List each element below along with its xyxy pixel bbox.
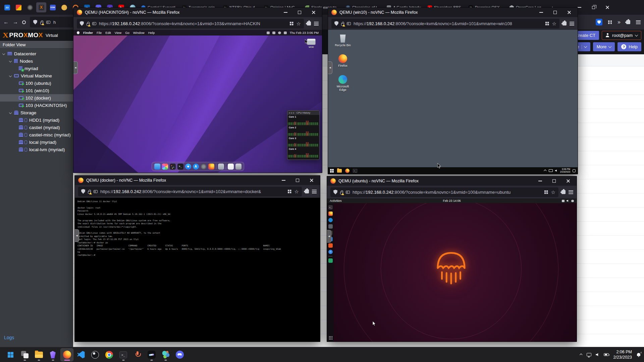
close-button[interactable] xyxy=(561,176,575,186)
terminal-icon[interactable]: >_ xyxy=(177,164,183,170)
extensions-icon[interactable] xyxy=(305,189,309,193)
network-icon[interactable] xyxy=(562,200,565,202)
bookmark-star-icon[interactable]: ☆ xyxy=(551,190,555,195)
settings-icon[interactable] xyxy=(201,164,207,170)
vnc-viewport-docker-terminal[interactable]: Debian GNU/Linux 11 docker tty1 docker l… xyxy=(75,198,320,342)
network-icon[interactable] xyxy=(549,169,553,172)
status-icon[interactable] xyxy=(267,32,270,34)
activity-app-icon[interactable] xyxy=(170,164,176,170)
extensions-icon[interactable] xyxy=(562,21,567,25)
show-applications-icon[interactable] xyxy=(329,336,332,340)
puzzle-icon[interactable] xyxy=(626,20,630,24)
menubar-clock[interactable]: Thu Feb 23 3:06 PM xyxy=(289,31,319,35)
vnc-viewport-win10[interactable]: Recycle Bin Firefox Microsoft Edge >_ 3:… xyxy=(328,30,578,174)
tree-item-datacenter[interactable]: Datacenter xyxy=(0,50,73,57)
view-selector[interactable]: Folder View xyxy=(0,41,73,49)
menu-window[interactable]: Window xyxy=(133,31,145,35)
finder-icon[interactable] xyxy=(154,164,160,170)
maximize-button[interactable] xyxy=(548,7,562,18)
apple-menu-icon[interactable] xyxy=(77,31,79,34)
pinned-tab-dsm[interactable]: DSM xyxy=(48,2,58,12)
maximize-button[interactable] xyxy=(547,176,561,186)
lock-warning-icon[interactable] xyxy=(87,23,90,26)
power-icon[interactable] xyxy=(571,200,574,202)
taskbar-discord[interactable] xyxy=(173,348,186,361)
bitwarden-icon[interactable] xyxy=(596,19,602,25)
address-bar[interactable]: https://192.168.0.242:8006/?console=kvm&… xyxy=(77,19,304,28)
overflow-icon[interactable]: » xyxy=(618,19,621,25)
menu-icon[interactable] xyxy=(636,20,641,24)
forward-icon[interactable]: → xyxy=(13,19,18,25)
firefox-icon[interactable] xyxy=(345,169,350,173)
address-bar[interactable]: https://192.168.0.242:8006/?console=kvm&… xyxy=(330,187,558,197)
cpu-history-titlebar[interactable]: CPU History xyxy=(287,111,319,115)
reload-icon[interactable] xyxy=(22,20,26,24)
page-actions-icon[interactable] xyxy=(288,190,291,193)
titlebar[interactable]: QEMU (ubuntu) - noVNC — Mozilla Firefox xyxy=(327,176,577,186)
traffic-light-icons[interactable] xyxy=(289,112,290,114)
menu-finder[interactable]: Finder xyxy=(83,31,93,35)
menu-icon[interactable] xyxy=(569,190,573,194)
address-bar[interactable]: https://192.168.0.242:8006/?console=kvm&… xyxy=(78,187,302,196)
tracking-shield-icon[interactable] xyxy=(333,190,337,194)
tree-item-castiel[interactable]: castiel (myriad) xyxy=(0,124,73,131)
help-icon[interactable]: ? xyxy=(328,250,333,254)
pinned-tab-calendar[interactable]: 23 xyxy=(2,2,12,12)
pinned-tab-proxmox-active[interactable]: X xyxy=(36,2,46,12)
taskbar-clock[interactable]: 2:06 PM2/23/2023 xyxy=(613,349,632,360)
page-actions-icon[interactable] xyxy=(545,22,549,25)
menu-go[interactable]: Go xyxy=(125,31,129,35)
minimize-button[interactable] xyxy=(276,175,290,186)
app-store-icon[interactable]: A xyxy=(193,164,199,170)
close-button[interactable] xyxy=(562,7,576,18)
expand-caret-icon[interactable] xyxy=(9,111,12,114)
hidden-icons-chevron[interactable] xyxy=(580,353,582,356)
tree-item-100-ubuntu[interactable]: 100 (ubuntu) xyxy=(0,79,73,87)
preview-app-icon[interactable] xyxy=(218,164,224,170)
minimize-button[interactable] xyxy=(534,7,548,18)
action-center-icon[interactable] xyxy=(573,169,576,172)
lock-warning-icon[interactable] xyxy=(340,192,343,194)
novnc-handle[interactable]: ◀ xyxy=(327,230,331,243)
tree-item-castiel-misc[interactable]: castiel-misc (myriad) xyxy=(0,131,73,138)
settings-app-icon[interactable] xyxy=(328,258,333,263)
bookmark-star-icon[interactable]: ☆ xyxy=(297,21,301,26)
tree-item-local-lvm[interactable]: local-lvm (myriad) xyxy=(0,146,73,153)
close-button[interactable] xyxy=(600,2,614,13)
tree-item-virtual-machine[interactable]: Virtual Machine xyxy=(0,72,73,79)
extensions-icon[interactable] xyxy=(561,190,566,194)
thunderbird-icon[interactable] xyxy=(328,218,333,222)
menu-view[interactable]: View xyxy=(115,31,121,35)
back-icon[interactable]: ← xyxy=(3,19,9,25)
safari-icon[interactable] xyxy=(185,164,191,170)
notification-bell-icon[interactable]: z xyxy=(636,353,641,357)
menu-file[interactable]: File xyxy=(97,31,102,35)
firefox-icon[interactable] xyxy=(208,164,214,170)
tracking-shield-icon[interactable] xyxy=(81,189,85,194)
lock-warning-icon[interactable] xyxy=(88,191,91,194)
novnc-handle[interactable]: ◀ xyxy=(73,61,78,74)
pinned-tab-cookie[interactable] xyxy=(59,2,69,12)
address-bar[interactable]: https://192.168.0.242:8006/?console=kvm&… xyxy=(331,19,559,28)
close-button[interactable] xyxy=(305,175,319,186)
tracking-shield-icon[interactable] xyxy=(80,21,84,26)
start-button[interactable] xyxy=(330,169,334,173)
taskbar-task-view[interactable] xyxy=(18,348,31,361)
tree-item-101-win10[interactable]: 101 (win10) xyxy=(0,87,73,94)
tracking-shield-icon[interactable] xyxy=(334,21,338,26)
files-icon[interactable] xyxy=(328,224,333,229)
menu-icon[interactable] xyxy=(312,190,317,193)
bookmark-star-icon[interactable]: ☆ xyxy=(552,21,556,26)
volume-icon[interactable] xyxy=(596,353,599,356)
more-button[interactable]: More xyxy=(593,42,615,51)
battery-icon[interactable] xyxy=(604,353,609,356)
gnome-clock[interactable]: Feb 23 14:06 xyxy=(327,199,577,202)
vnc-viewport-macos[interactable]: Finder File Edit View Go Window Help Thu… xyxy=(73,30,322,173)
page-actions-icon[interactable] xyxy=(290,22,293,25)
taskbar-terminal[interactable]: >_ xyxy=(117,348,130,361)
logs-link[interactable]: Logs xyxy=(4,335,14,340)
titlebar[interactable]: QEMU (docker) - noVNC — Mozilla Firefox xyxy=(75,176,320,185)
expand-caret-icon[interactable] xyxy=(9,74,12,77)
lock-warning-icon[interactable] xyxy=(40,22,43,24)
novnc-handle[interactable]: ◀ xyxy=(328,61,332,74)
